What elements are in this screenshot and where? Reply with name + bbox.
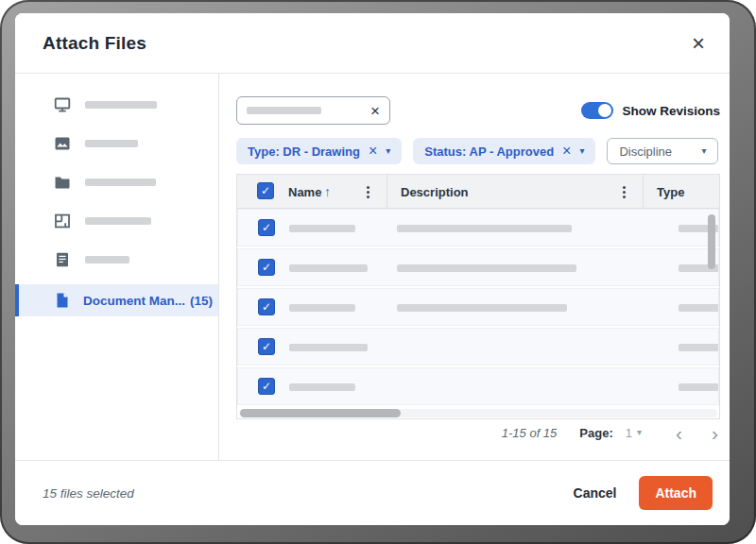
file-icon — [53, 291, 72, 310]
row-description-skeleton — [397, 264, 576, 272]
files-table: ✓ Name ↑ Description Type ✓ ✓ ✓ ✓ — [236, 174, 720, 419]
row-name-skeleton — [289, 225, 355, 232]
source-sidebar: Document Man... (15) — [15, 74, 219, 460]
vertical-scrollbar[interactable] — [708, 214, 715, 269]
check-icon: ✓ — [262, 262, 271, 273]
sidebar-item-label: Document Man... — [83, 294, 185, 308]
image-icon — [53, 134, 72, 153]
remove-filter-icon[interactable]: × — [369, 144, 377, 159]
table-row[interactable]: ✓ — [237, 248, 719, 286]
search-row: × Show Revisions — [236, 96, 720, 125]
column-divider — [643, 175, 644, 208]
table-body: ✓ ✓ ✓ ✓ ✓ — [237, 209, 719, 405]
sidebar-skeleton-bar — [85, 140, 138, 147]
row-description-skeleton — [397, 225, 572, 232]
filter-chip-label: Type: DR - Drawing — [248, 144, 360, 159]
filter-chip-status[interactable]: Status: AP - Approved × ▾ — [413, 138, 595, 164]
row-description-skeleton — [397, 304, 567, 312]
folder-icon — [53, 173, 72, 192]
filter-chip-label: Status: AP - Approved — [424, 144, 554, 159]
sidebar-item-skeleton-4[interactable] — [15, 201, 218, 240]
search-input[interactable]: × — [236, 96, 390, 125]
document-icon — [53, 250, 72, 269]
row-checkbox[interactable]: ✓ — [258, 219, 275, 236]
search-skeleton-bar — [247, 107, 321, 114]
table-header: ✓ Name ↑ Description Type — [237, 175, 719, 209]
toggle-knob — [598, 104, 611, 117]
chevron-left-icon[interactable]: ‹ — [676, 423, 682, 443]
footer-actions: Cancel Attach — [574, 476, 713, 510]
show-revisions-toggle[interactable] — [581, 102, 613, 119]
screenshot-stage: Attach Files × — [0, 0, 756, 544]
filter-row: Type: DR - Drawing × ▾ Status: AP - Appr… — [236, 138, 718, 164]
sidebar-skeleton-bar — [85, 178, 156, 186]
sidebar-item-skeleton-1[interactable] — [15, 85, 218, 124]
check-icon: ✓ — [262, 381, 271, 392]
file-browser-panel: × Show Revisions Type: DR - Drawing × ▾ … — [220, 74, 730, 460]
column-header-name[interactable]: Name — [288, 185, 321, 199]
dialog-header: Attach Files × — [15, 13, 730, 74]
remove-filter-icon[interactable]: × — [562, 144, 571, 159]
chevron-down-icon[interactable]: ▾ — [386, 146, 390, 156]
column-menu-icon[interactable] — [623, 191, 626, 194]
close-icon[interactable]: × — [692, 32, 705, 55]
clear-search-icon[interactable]: × — [370, 103, 380, 119]
attach-files-dialog: Attach Files × — [15, 13, 730, 525]
monitor-icon — [53, 95, 72, 114]
check-icon: ✓ — [262, 301, 271, 313]
row-name-skeleton — [289, 264, 368, 272]
show-revisions-label: Show Revisions — [622, 104, 720, 118]
pagination: 1-15 of 15 Page: 1 ▾ ‹ › — [502, 421, 718, 444]
table-row[interactable]: ✓ — [237, 367, 719, 405]
row-checkbox[interactable]: ✓ — [258, 259, 275, 276]
table-row[interactable]: ✓ — [237, 328, 719, 366]
column-header-description[interactable]: Description — [401, 185, 469, 199]
filter-chip-type[interactable]: Type: DR - Drawing × ▾ — [236, 138, 402, 164]
sidebar-item-document-management[interactable]: Document Man... (15) — [15, 284, 218, 316]
select-all-checkbox[interactable]: ✓ — [257, 182, 274, 199]
horizontal-scrollbar-thumb[interactable] — [240, 409, 401, 417]
pagination-range: 1-15 of 15 — [502, 426, 558, 440]
chevron-down-icon: ▾ — [701, 146, 706, 156]
sidebar-skeleton-bar — [85, 101, 157, 109]
discipline-dropdown[interactable]: Discipline ▾ — [607, 138, 718, 164]
floorplan-icon — [53, 212, 72, 230]
sort-ascending-icon[interactable]: ↑ — [324, 184, 331, 199]
row-type-skeleton — [679, 304, 719, 312]
sidebar-item-count: (15) — [190, 294, 213, 308]
sidebar-item-skeleton-2[interactable] — [15, 124, 218, 162]
row-checkbox[interactable]: ✓ — [258, 338, 275, 355]
dialog-title: Attach Files — [43, 33, 146, 54]
cancel-button[interactable]: Cancel — [574, 485, 617, 501]
page-label: Page: — [579, 426, 612, 440]
show-revisions-control: Show Revisions — [581, 102, 720, 119]
sidebar-skeleton-bar — [85, 217, 151, 225]
chevron-right-icon[interactable]: › — [712, 423, 718, 443]
attach-button[interactable]: Attach — [639, 476, 713, 510]
row-name-skeleton — [289, 304, 355, 312]
sidebar-item-skeleton-3[interactable] — [15, 162, 218, 201]
row-name-skeleton — [289, 344, 368, 351]
page-number-select[interactable]: 1 — [626, 426, 632, 440]
column-header-type[interactable]: Type — [657, 185, 684, 199]
check-icon: ✓ — [262, 222, 271, 233]
chevron-down-icon[interactable]: ▾ — [637, 428, 642, 437]
row-checkbox[interactable]: ✓ — [258, 378, 275, 395]
check-icon: ✓ — [262, 341, 271, 352]
row-name-skeleton — [289, 383, 355, 391]
row-checkbox[interactable]: ✓ — [258, 298, 275, 315]
chevron-down-icon[interactable]: ▾ — [579, 146, 584, 156]
sidebar-skeleton-bar — [85, 256, 129, 264]
dialog-footer: 15 files selected Cancel Attach — [15, 460, 730, 525]
check-icon: ✓ — [261, 185, 270, 196]
column-menu-icon[interactable] — [367, 191, 369, 194]
row-type-skeleton — [679, 344, 719, 351]
sidebar-item-skeleton-5[interactable] — [15, 240, 218, 279]
column-divider — [387, 175, 387, 208]
horizontal-scrollbar-track[interactable] — [239, 409, 717, 417]
table-row[interactable]: ✓ — [237, 209, 719, 246]
row-type-skeleton — [679, 383, 719, 391]
table-row[interactable]: ✓ — [237, 288, 719, 326]
selection-count-text: 15 files selected — [43, 486, 134, 501]
discipline-dropdown-label: Discipline — [619, 144, 672, 159]
